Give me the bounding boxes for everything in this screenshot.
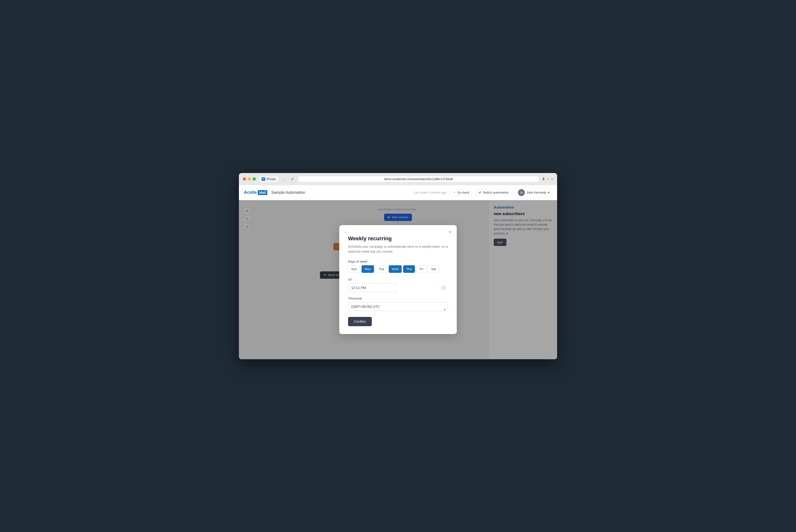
at-label: At* bbox=[348, 278, 448, 281]
switch-automation-label: Switch automation bbox=[483, 191, 509, 194]
app-header: Acelle Mail Sample Automation Last saved… bbox=[239, 185, 557, 200]
day-thu[interactable]: Thu bbox=[403, 265, 415, 273]
day-wed[interactable]: Wed bbox=[389, 265, 402, 273]
user-menu[interactable]: JK Jolie Kennedy ▾ bbox=[515, 188, 552, 197]
go-back-button[interactable]: ← Go back bbox=[450, 189, 472, 196]
back-button[interactable]: ‹ bbox=[282, 176, 287, 182]
tab-favicon: M bbox=[262, 177, 265, 181]
day-mon[interactable]: Mon bbox=[362, 265, 374, 273]
page-title: Sample Automation bbox=[271, 190, 305, 195]
traffic-lights bbox=[243, 177, 256, 180]
day-sun[interactable]: Sun bbox=[348, 265, 360, 273]
app-header-left: Acelle Mail Sample Automation bbox=[244, 190, 305, 195]
time-input[interactable] bbox=[348, 283, 397, 292]
time-input-wrapper: 🕐 bbox=[348, 283, 448, 292]
timezone-select-wrapper: (GMT+00:00) UTC ▾ bbox=[348, 302, 448, 317]
chevron-down-icon: ▾ bbox=[548, 191, 550, 194]
weekly-recurring-modal: ← × Weekly recurring Schedule your campa… bbox=[339, 225, 457, 334]
browser-window: M Private ‹ ↺ demo.acellemail.com/automa… bbox=[239, 173, 557, 359]
modal-close-button[interactable]: × bbox=[447, 229, 453, 235]
logo-mail: Mail bbox=[258, 190, 267, 195]
switch-automation-icon: ⇄ bbox=[478, 191, 481, 194]
required-star-days: * bbox=[367, 260, 368, 263]
modal-overlay[interactable]: ← × Weekly recurring Schedule your campa… bbox=[239, 200, 557, 359]
browser-tab[interactable]: M Private bbox=[259, 176, 279, 182]
refresh-button[interactable]: ↺ bbox=[289, 176, 295, 182]
share-icon[interactable]: ↑ bbox=[547, 177, 549, 181]
switch-automation-button[interactable]: ⇄ Switch automation bbox=[476, 189, 511, 196]
go-back-label: Go back bbox=[457, 191, 469, 194]
minimize-window-button[interactable] bbox=[248, 177, 251, 180]
required-star-at: * bbox=[351, 278, 352, 281]
browser-actions: ⬇ ↑ + bbox=[542, 177, 553, 181]
day-fri[interactable]: Fri bbox=[416, 265, 427, 273]
day-tue[interactable]: Tue bbox=[376, 265, 387, 273]
days-grid: Sun Mon Tue Wed Thu Fri Sat bbox=[348, 265, 448, 273]
go-back-icon: ← bbox=[453, 191, 456, 194]
tab-label: Private bbox=[267, 177, 276, 181]
modal-subtitle: Schedule your campaign to automatically … bbox=[348, 244, 448, 254]
app-content: Acelle Mail Sample Automation Last saved… bbox=[239, 185, 557, 359]
days-label: Days of week* bbox=[348, 260, 448, 263]
automation-canvas: ↺ ↻ ⊙ Automation starts when the... ▶ Ne… bbox=[239, 200, 557, 359]
modal-title: Weekly recurring bbox=[348, 235, 448, 242]
app-header-right: Last saved 1 second ago ← Go back ⇄ Swit… bbox=[413, 188, 552, 197]
address-bar[interactable]: demo.acellemail.com/automation/5e12affbc… bbox=[298, 176, 539, 182]
browser-titlebar: M Private ‹ ↺ demo.acellemail.com/automa… bbox=[239, 173, 557, 185]
new-tab-icon[interactable]: + bbox=[551, 177, 553, 181]
confirm-button[interactable]: Confirm bbox=[348, 317, 372, 326]
day-sat[interactable]: Sat bbox=[428, 265, 439, 273]
browser-nav: ‹ ↺ bbox=[282, 176, 295, 182]
download-icon[interactable]: ⬇ bbox=[542, 177, 545, 181]
modal-back-button[interactable]: ← bbox=[343, 229, 349, 235]
app-logo: Acelle Mail bbox=[244, 190, 267, 195]
close-window-button[interactable] bbox=[243, 177, 246, 180]
last-saved-text: Last saved 1 second ago bbox=[413, 191, 446, 194]
maximize-window-button[interactable] bbox=[252, 177, 256, 180]
timezone-label: Timezone bbox=[348, 297, 448, 300]
user-name: Jolie Kennedy bbox=[526, 191, 546, 194]
avatar: JK bbox=[518, 189, 525, 196]
timezone-select[interactable]: (GMT+00:00) UTC bbox=[348, 302, 448, 311]
clock-icon: 🕐 bbox=[441, 286, 446, 290]
logo-acelle: Acelle bbox=[244, 190, 257, 195]
